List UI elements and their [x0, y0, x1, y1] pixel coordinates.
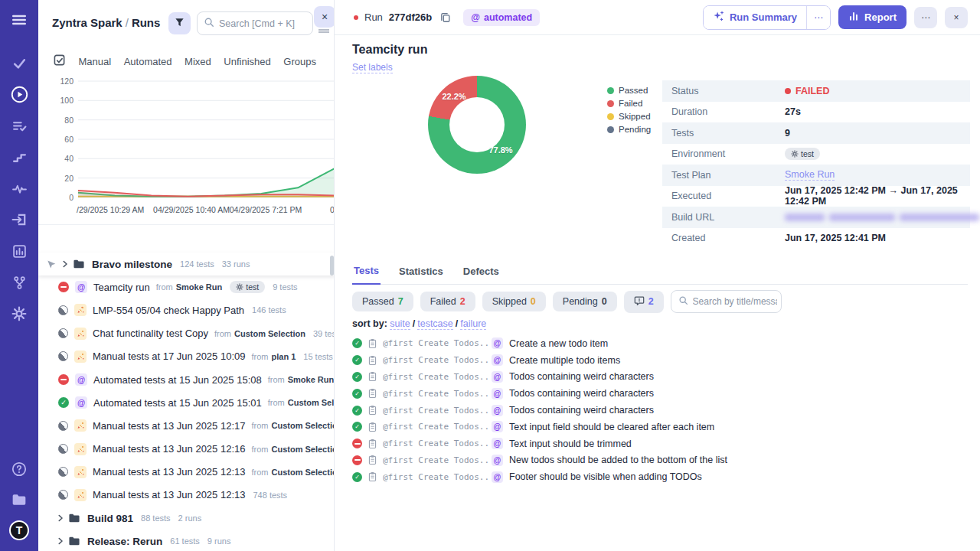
chevron-right-icon[interactable] [55, 513, 67, 524]
import-icon[interactable] [9, 210, 29, 230]
breadcrumb-project[interactable]: Zyntra Spark [52, 16, 122, 29]
panel-close-button[interactable]: × [314, 6, 335, 28]
filter-passed-chip[interactable]: Passed7 [352, 292, 413, 311]
test-plan-link[interactable]: Smoke Run [785, 169, 835, 181]
list-check-icon[interactable] [9, 116, 29, 135]
help-icon[interactable] [9, 459, 29, 479]
close-detail-button[interactable]: × [945, 7, 968, 28]
select-all-icon[interactable] [54, 54, 66, 69]
test-row[interactable]: @first Create Todos... Create a new todo… [352, 335, 972, 352]
manual-run-icon [74, 466, 87, 478]
runs-search[interactable] [197, 11, 313, 35]
svg-text:40: 40 [64, 154, 74, 163]
run-from-label: from [251, 445, 268, 454]
test-title: Todos containing weird characters [509, 405, 654, 416]
run-row[interactable]: Manual tests at 13 Jun 2025 12:13 748 te… [38, 484, 335, 507]
group-row[interactable]: Build 981 88 tests 2 runs [38, 507, 335, 530]
group-row[interactable]: Release: Rerun 61 tests 9 runs [38, 530, 335, 551]
legend-failed-dot [607, 100, 614, 107]
check-icon[interactable] [9, 53, 29, 73]
test-search[interactable] [671, 290, 782, 313]
chevron-right-icon[interactable] [55, 536, 67, 547]
test-row[interactable]: @first Create Todos... Todos containing … [352, 402, 972, 419]
run-row[interactable]: Manual tests at 13 Jun 2025 12:13 from C… [38, 461, 335, 484]
test-row[interactable]: @first Create Todos... Text input should… [352, 435, 972, 452]
tab-manual[interactable]: Manual [79, 56, 112, 67]
run-row[interactable]: Chat functinality test Copy from Custom … [38, 322, 335, 345]
search-icon [204, 17, 214, 31]
run-title: Teamcity run [352, 43, 427, 57]
tab-mixed[interactable]: Mixed [185, 56, 211, 67]
collapse-icon[interactable] [318, 29, 329, 33]
test-row[interactable]: @first Create Todos... Todos containing … [352, 369, 972, 386]
test-row[interactable]: @first Create Todos... Footer should be … [352, 468, 972, 485]
run-source: Custom Selection [271, 421, 335, 430]
comments-filter-chip[interactable]: 2 [624, 291, 664, 313]
test-row[interactable]: @first Create Todos... Todos containing … [352, 385, 972, 402]
run-summary-more-button[interactable]: ⋯ [806, 6, 830, 29]
report-button[interactable]: Report [838, 5, 906, 29]
automated-icon [492, 421, 503, 432]
run-label: Run [364, 11, 383, 23]
sort-by-suite[interactable]: suite [390, 318, 410, 330]
search-icon [678, 295, 688, 308]
play-circle-icon[interactable] [9, 84, 29, 104]
activity-icon[interactable] [9, 178, 29, 198]
test-search-input[interactable] [693, 296, 777, 307]
passed-status-icon [352, 372, 362, 382]
run-row[interactable]: Manual tests at 17 Jun 2025 10:09 from p… [38, 345, 335, 368]
tab-tests[interactable]: Tests [352, 265, 381, 285]
run-row[interactable]: LMP-554 05/04 check Happy Path 146 tests [38, 298, 335, 321]
tab-statistics[interactable]: Statistics [397, 265, 445, 284]
run-row[interactable]: Automated tests at 15 Jun 2025 15:01 fro… [38, 391, 335, 414]
run-tests-count: 146 tests [252, 305, 286, 315]
automated-icon [75, 373, 87, 386]
folder-icon [68, 513, 81, 524]
tab-automated[interactable]: Automated [124, 56, 172, 67]
tab-unfinished[interactable]: Unfinished [224, 56, 270, 67]
test-suite: @first Create Todos... [383, 338, 488, 348]
bar-chart-icon[interactable] [9, 241, 29, 261]
run-from-label: from [251, 468, 268, 477]
branch-icon[interactable] [9, 272, 29, 292]
scrollbar-thumb[interactable] [330, 256, 334, 276]
test-results-list: @first Create Todos... Create a new todo… [352, 335, 972, 485]
test-title: New todos should be added to the bottom … [509, 455, 727, 465]
filter-failed-chip[interactable]: Failed2 [420, 292, 475, 311]
test-row[interactable]: @first Create Todos... New todos should … [352, 452, 972, 469]
test-title: Footer should be visible when adding TOD… [509, 471, 702, 482]
filter-pending-chip[interactable]: Pending0 [553, 292, 617, 311]
runs-list: Bravo milestone 124 tests 33 runs Teamci… [38, 253, 335, 551]
copy-icon[interactable] [438, 10, 452, 24]
group-row[interactable]: Bravo milestone 124 tests 33 runs [38, 253, 335, 276]
set-labels-link[interactable]: Set labels [352, 62, 393, 73]
menu-icon[interactable] [9, 10, 29, 30]
more-actions-button[interactable]: ⋯ [914, 7, 937, 28]
search-input[interactable] [219, 18, 303, 29]
test-row[interactable]: @first Create Todos... Create multiple t… [352, 352, 972, 369]
run-source: Smoke Run [176, 282, 223, 292]
run-row[interactable]: Manual tests at 13 Jun 2025 12:16 from C… [38, 438, 335, 461]
run-row[interactable]: Teamcity run from Smoke Run test 9 tests [38, 276, 335, 298]
automated-badge-label: automated [484, 12, 532, 23]
filter-skipped-chip[interactable]: Skipped0 [482, 292, 546, 311]
test-row[interactable]: @first Create Todos... Text input field … [352, 419, 972, 435]
gear-icon[interactable] [9, 304, 29, 324]
app-logo[interactable]: T [9, 520, 29, 540]
run-summary-button[interactable]: Run Summary [704, 6, 806, 29]
folder-icon[interactable] [9, 490, 29, 510]
run-row[interactable]: Manual tests at 13 Jun 2025 12:17 from C… [38, 414, 335, 437]
sort-by-failure[interactable]: failure [460, 318, 486, 330]
tab-groups[interactable]: Groups [283, 56, 316, 67]
sort-by-testcase[interactable]: testcase [417, 318, 453, 330]
automated-icon [492, 438, 503, 449]
run-row[interactable]: Automated tests at 15 Jun 2025 15:08 fro… [38, 368, 335, 391]
manual-run-icon [74, 489, 87, 501]
filter-button[interactable] [168, 12, 191, 34]
automated-badge[interactable]: @ automated [463, 9, 540, 26]
tab-defects[interactable]: Defects [462, 265, 501, 284]
chevron-right-icon[interactable] [60, 259, 71, 270]
run-tests-count: 39 tests [313, 329, 335, 338]
test-title: Create a new todo item [509, 338, 608, 349]
steps-icon[interactable] [9, 147, 29, 167]
